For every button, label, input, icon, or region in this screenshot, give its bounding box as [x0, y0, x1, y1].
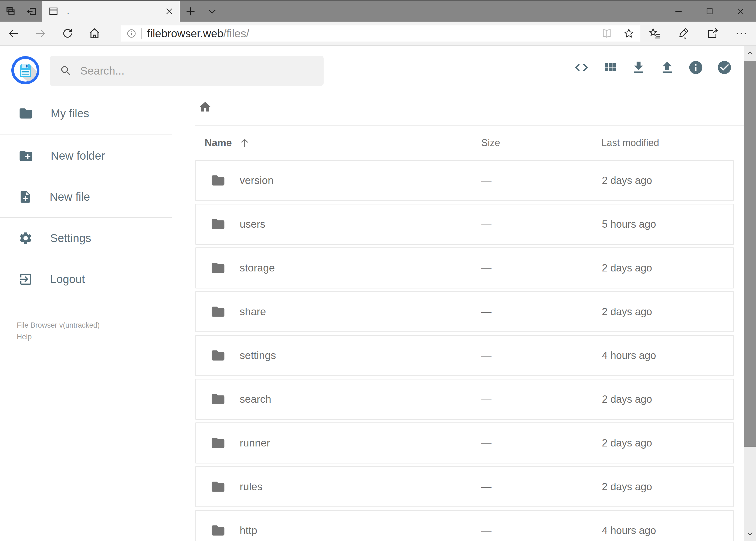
file-row-rules[interactable]: rules — 2 days ago	[195, 466, 734, 507]
sidebar-item-new-folder[interactable]: New folder	[0, 142, 195, 169]
file-rows: version — 2 days ago users — 5 hours ago…	[195, 160, 744, 541]
file-modified: 2 days ago	[602, 262, 652, 274]
filebrowser-logo[interactable]	[11, 56, 39, 84]
search-icon	[60, 65, 72, 77]
file-row-settings[interactable]: settings — 4 hours ago	[195, 335, 734, 376]
settings-menu-button[interactable]	[727, 21, 756, 46]
file-size: —	[481, 393, 491, 405]
sort-ascending-icon	[239, 137, 250, 149]
share-button[interactable]	[698, 21, 727, 46]
window-close-button[interactable]	[725, 1, 756, 22]
file-size: —	[481, 437, 491, 449]
grid-view-button[interactable]	[602, 60, 618, 75]
tab-title: .	[67, 7, 69, 16]
file-row-users[interactable]: users — 5 hours ago	[195, 204, 734, 245]
sidebar-item-label: Settings	[50, 232, 91, 245]
search-bar[interactable]	[50, 56, 324, 86]
file-row-share[interactable]: share — 2 days ago	[195, 291, 734, 332]
tabs-dropdown-button[interactable]	[201, 1, 223, 22]
file-name: http	[240, 525, 257, 536]
scroll-down-button[interactable]	[744, 526, 756, 541]
url-text: filebrowser.web/files/	[147, 27, 249, 40]
web-note-pen-icon	[677, 27, 690, 40]
info-button[interactable]	[688, 60, 704, 75]
floppy-disk-logo-icon	[11, 56, 39, 84]
folder-icon	[210, 523, 226, 538]
hub-icon	[648, 27, 661, 40]
file-listing: Name Size Last modified version — 2 days…	[195, 89, 744, 541]
column-header-modified[interactable]: Last modified	[601, 137, 659, 149]
sidebar-divider	[0, 135, 172, 135]
app-version: File Browser v(untracked)	[17, 321, 195, 329]
back-button[interactable]	[0, 21, 27, 46]
sidebar-item-my-files[interactable]: My files	[0, 100, 195, 127]
set-tabs-aside-button[interactable]	[21, 1, 42, 22]
tab-preview-button[interactable]	[0, 1, 21, 22]
upload-button[interactable]	[659, 60, 675, 75]
sidebar-item-new-file[interactable]: New file	[0, 184, 195, 211]
new-tab-icon	[185, 5, 196, 17]
home-icon[interactable]	[198, 100, 212, 114]
app-header	[0, 46, 756, 89]
column-header-size[interactable]: Size	[481, 137, 500, 149]
back-icon	[7, 27, 20, 40]
column-header-name[interactable]: Name	[205, 137, 250, 149]
screen: .	[0, 0, 756, 541]
scroll-up-button[interactable]	[744, 46, 756, 61]
ellipsis-icon	[735, 27, 748, 40]
search-input[interactable]	[80, 65, 310, 77]
folder-icon	[210, 304, 226, 319]
file-name: storage	[240, 262, 275, 274]
sidebar-item-settings[interactable]: Settings	[0, 225, 195, 252]
url-separator	[141, 28, 142, 39]
url-bar[interactable]: filebrowser.web/files/	[121, 25, 640, 42]
info-icon[interactable]	[126, 28, 137, 39]
new-file-icon	[18, 190, 32, 204]
folder-icon	[210, 173, 226, 188]
file-modified: 2 days ago	[602, 437, 652, 449]
sidebar-divider	[0, 217, 172, 218]
folder-icon	[210, 392, 226, 407]
check-circle-icon	[717, 60, 732, 75]
file-name: share	[240, 306, 266, 317]
close-icon	[735, 6, 746, 17]
file-row-version[interactable]: version — 2 days ago	[195, 160, 734, 201]
browser-navbar: filebrowser.web/files/	[0, 22, 756, 46]
minimize-button[interactable]	[663, 1, 694, 22]
gear-icon	[18, 231, 33, 246]
file-name: rules	[240, 481, 263, 493]
shell-button[interactable]	[574, 60, 589, 75]
file-modified: 2 days ago	[602, 306, 652, 317]
file-row-storage[interactable]: storage — 2 days ago	[195, 248, 734, 288]
scrollbar-thumb[interactable]	[744, 61, 756, 447]
sidebar-item-logout[interactable]: Logout	[0, 266, 195, 293]
file-row-http[interactable]: http — 4 hours ago	[195, 510, 734, 541]
reading-view-button[interactable]	[601, 28, 613, 39]
browser-tab[interactable]: .	[42, 1, 180, 22]
tab-preview-icon	[5, 6, 16, 17]
refresh-button[interactable]	[54, 21, 81, 46]
select-multiple-button[interactable]	[717, 60, 732, 75]
file-modified: 5 hours ago	[602, 219, 656, 230]
file-row-runner[interactable]: runner — 2 days ago	[195, 422, 734, 463]
maximize-button[interactable]	[694, 1, 725, 22]
forward-button[interactable]	[27, 21, 54, 46]
tab-close-button[interactable]	[165, 7, 174, 16]
download-button[interactable]	[631, 60, 646, 75]
minimize-icon	[673, 6, 684, 17]
hub-button[interactable]	[640, 21, 669, 46]
grid-view-icon	[603, 60, 618, 75]
favorite-star-button[interactable]	[623, 28, 635, 39]
help-link[interactable]: Help	[17, 333, 195, 341]
page-scrollbar[interactable]	[744, 46, 756, 541]
folder-icon	[210, 435, 226, 450]
file-row-search[interactable]: search — 2 days ago	[195, 379, 734, 420]
sidebar-footer: File Browser v(untracked) Help	[17, 321, 195, 341]
file-size: —	[481, 219, 491, 230]
new-tab-button[interactable]	[180, 1, 201, 22]
file-size: —	[481, 481, 491, 493]
sidebar-item-label: Logout	[50, 273, 85, 286]
chevron-up-icon	[746, 49, 754, 57]
home-button[interactable]	[81, 21, 108, 46]
web-note-button[interactable]	[669, 21, 698, 46]
